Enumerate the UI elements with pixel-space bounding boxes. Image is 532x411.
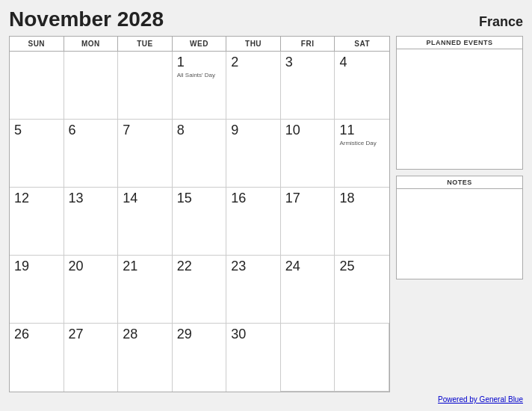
day-cell-12: 12 xyxy=(10,188,64,256)
day-cell-20: 20 xyxy=(64,256,119,324)
day-cell-16: 16 xyxy=(226,188,281,256)
notes-box: NOTES xyxy=(396,176,523,279)
day-number: 13 xyxy=(69,191,114,206)
day-number: 30 xyxy=(231,327,276,342)
day-number: 19 xyxy=(14,259,59,274)
day-number: 23 xyxy=(231,259,276,274)
day-cell-26: 26 xyxy=(10,324,64,392)
day-number: 7 xyxy=(123,123,167,138)
day-cell-17: 17 xyxy=(281,188,335,256)
day-header-sat: SAT xyxy=(335,37,389,51)
day-number: 8 xyxy=(177,123,222,138)
empty-cell xyxy=(118,52,173,120)
calendar-section: SUNMONTUEWEDTHUFRISAT 1All Saints' Day23… xyxy=(9,36,390,392)
day-header-mon: MON xyxy=(64,37,119,51)
day-cell-25: 25 xyxy=(335,256,389,324)
day-number: 20 xyxy=(69,259,114,274)
day-cell-9: 9 xyxy=(226,120,281,188)
day-number: 15 xyxy=(177,191,222,206)
day-header-thu: THU xyxy=(226,37,281,51)
day-cell-3: 3 xyxy=(281,52,335,120)
day-number: 12 xyxy=(14,191,59,206)
day-header-tue: TUE xyxy=(118,37,173,51)
day-cell-13: 13 xyxy=(64,188,119,256)
powered-by-link[interactable]: Powered by General Blue xyxy=(438,395,523,404)
day-number: 1 xyxy=(177,55,222,70)
day-number: 29 xyxy=(177,327,222,342)
day-number: 10 xyxy=(285,123,330,138)
empty-cell xyxy=(281,324,335,392)
day-cell-22: 22 xyxy=(173,256,227,324)
day-cell-10: 10 xyxy=(281,120,335,188)
sidebar: PLANNED EVENTS NOTES xyxy=(396,36,523,392)
day-cell-27: 27 xyxy=(64,324,119,392)
day-cell-21: 21 xyxy=(118,256,173,324)
day-number: 3 xyxy=(285,55,330,70)
day-number: 21 xyxy=(123,259,167,274)
day-cell-6: 6 xyxy=(64,120,119,188)
day-header-wed: WED xyxy=(173,37,227,51)
day-cell-24: 24 xyxy=(281,256,335,324)
day-cell-11: 11Armistice Day xyxy=(335,120,389,188)
empty-cell xyxy=(10,52,64,120)
day-number: 18 xyxy=(339,191,385,206)
day-number: 5 xyxy=(14,123,59,138)
day-cell-23: 23 xyxy=(226,256,281,324)
day-cell-15: 15 xyxy=(173,188,227,256)
empty-cell xyxy=(64,52,119,120)
day-cell-30: 30 xyxy=(226,324,281,392)
day-cell-7: 7 xyxy=(118,120,173,188)
day-number: 6 xyxy=(69,123,114,138)
day-headers: SUNMONTUEWEDTHUFRISAT xyxy=(10,37,389,52)
notes-content xyxy=(397,189,522,279)
day-number: 14 xyxy=(123,191,167,206)
day-number: 17 xyxy=(285,191,330,206)
day-number: 4 xyxy=(339,55,385,70)
planned-events-content xyxy=(397,49,522,169)
planned-events-box: PLANNED EVENTS xyxy=(396,36,523,170)
header: November 2028 France xyxy=(9,7,523,31)
day-number: 22 xyxy=(177,259,222,274)
day-cell-1: 1All Saints' Day xyxy=(173,52,227,120)
calendar-grid: 1All Saints' Day234567891011Armistice Da… xyxy=(10,52,389,392)
day-cell-8: 8 xyxy=(173,120,227,188)
day-cell-4: 4 xyxy=(335,52,389,120)
holiday-label: All Saints' Day xyxy=(177,72,222,79)
day-cell-19: 19 xyxy=(10,256,64,324)
empty-cell xyxy=(335,324,389,392)
day-number: 26 xyxy=(14,327,59,342)
planned-events-title: PLANNED EVENTS xyxy=(397,37,522,49)
day-header-fri: FRI xyxy=(281,37,335,51)
day-number: 2 xyxy=(231,55,276,70)
country-label: France xyxy=(479,14,523,30)
day-cell-2: 2 xyxy=(226,52,281,120)
day-cell-14: 14 xyxy=(118,188,173,256)
day-cell-18: 18 xyxy=(335,188,389,256)
day-number: 27 xyxy=(69,327,114,342)
day-header-sun: SUN xyxy=(10,37,64,51)
notes-title: NOTES xyxy=(397,176,522,189)
day-number: 28 xyxy=(123,327,167,342)
calendar-title: November 2028 xyxy=(9,7,164,31)
calendar-page: November 2028 France SUNMONTUEWEDTHUFRIS… xyxy=(0,0,532,411)
day-cell-5: 5 xyxy=(10,120,64,188)
day-number: 11 xyxy=(339,123,385,138)
day-cell-28: 28 xyxy=(118,324,173,392)
day-number: 9 xyxy=(231,123,276,138)
day-number: 25 xyxy=(339,259,385,274)
day-number: 16 xyxy=(231,191,276,206)
day-number: 24 xyxy=(285,259,330,274)
footer: Powered by General Blue xyxy=(9,395,523,404)
main-area: SUNMONTUEWEDTHUFRISAT 1All Saints' Day23… xyxy=(9,36,523,392)
day-cell-29: 29 xyxy=(173,324,227,392)
holiday-label: Armistice Day xyxy=(339,140,385,147)
